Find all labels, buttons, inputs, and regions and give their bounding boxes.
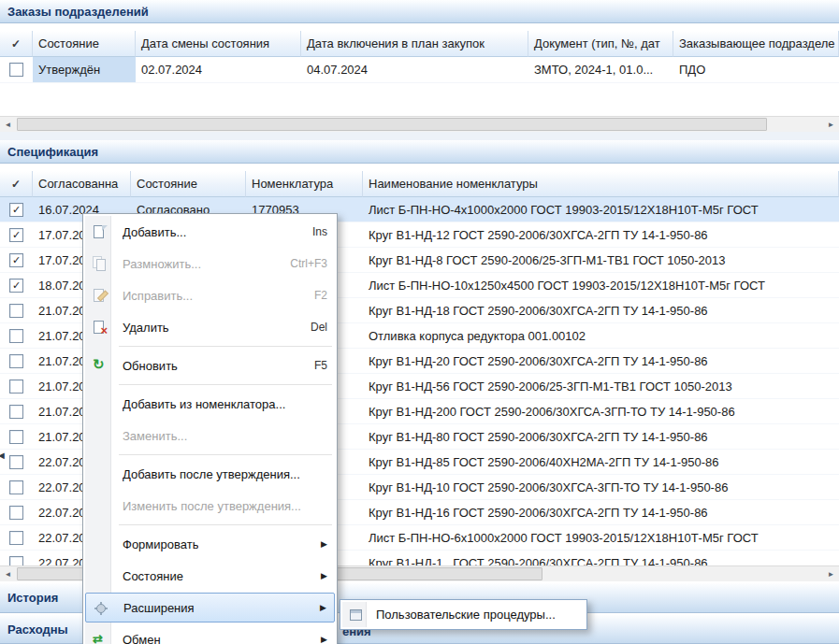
row-checkbox[interactable]	[9, 480, 23, 494]
orders-select-all-header[interactable]: ✓	[0, 31, 33, 57]
spec-column-header-nomenclature[interactable]: Номенклатура	[246, 171, 363, 197]
spec-select-all-header[interactable]: ✓	[0, 171, 33, 197]
menu-item-form[interactable]: Формировать▶	[85, 528, 335, 560]
spec-name-cell[interactable]: Лист Б-ПН-НО-4х1000х2000 ГОСТ 19903-2015…	[363, 197, 839, 222]
spec-name-cell[interactable]: Круг В1-НД-1.. ГОСТ 2590-2006/30ХГСА-2ГП…	[363, 551, 839, 565]
submenu-arrow-icon: ▶	[311, 635, 327, 644]
menu-item-delete[interactable]: УдалитьDel	[85, 311, 335, 343]
orders-column-header-department[interactable]: Заказывающее подразделе	[673, 31, 839, 57]
spec-name-cell[interactable]: Круг В1-НД-56 ГОСТ 2590-2006/25-3ГП-М1-Т…	[363, 374, 839, 398]
scroll-left-button[interactable]: ◄	[0, 117, 16, 132]
row-checkbox[interactable]: ✓	[9, 203, 23, 217]
menu-item-edit-after-approval[interactable]: Изменить после утверждения...	[85, 490, 335, 522]
orders-document-cell[interactable]: ЗМТО, 2024-1, 01.0...	[528, 57, 673, 82]
row-checkbox[interactable]	[9, 556, 23, 566]
menu-item-add-after-approval[interactable]: Добавить после утверждения...	[85, 458, 335, 490]
orders-state-cell[interactable]: Утверждён	[33, 57, 136, 82]
menu-item-shortcut: F5	[305, 359, 327, 372]
row-checkbox[interactable]	[9, 531, 23, 545]
orders-horizontal-scrollbar[interactable]: ◄ ►	[0, 116, 839, 132]
spec-name-cell[interactable]: Круг В1-НД-10 ГОСТ 2590-2006/30ХГСА-3ГП-…	[363, 475, 839, 499]
menu-item-state[interactable]: Состояние▶	[85, 560, 335, 592]
row-checkbox[interactable]	[9, 430, 23, 444]
menu-item-add-from-nomenclator[interactable]: Добавить из номенклатора...	[85, 388, 335, 420]
menu-item-edit[interactable]: Исправить...F2	[85, 279, 335, 311]
orders-department-cell[interactable]: ПДО	[673, 57, 839, 82]
spec-name-cell[interactable]: Круг В1-НД-85 ГОСТ 2590-2006/40ХН2МА-2ГП…	[363, 450, 839, 474]
row-checkbox[interactable]: ✓	[9, 228, 23, 242]
menu-item-shortcut: Del	[301, 321, 327, 334]
orders-grid-header: ✓ Состояние Дата смены состояния Дата вк…	[0, 31, 839, 57]
orders-table-row[interactable]: Утверждён02.07.202404.07.2024ЗМТО, 2024-…	[0, 57, 839, 83]
scroll-right-button[interactable]: ►	[823, 117, 839, 132]
spec-name-cell[interactable]: Круг В1-НД-20 ГОСТ 2590-2006/30ХГСА-2ГП …	[363, 349, 839, 373]
spec-grid-header: ✓ Согласованна Состояние Номенклатура На…	[0, 171, 839, 197]
row-checkbox[interactable]: ✓	[9, 253, 23, 267]
submenu-arrow-icon: ▶	[311, 539, 327, 549]
menu-item-label: Добавить из номенклатора...	[123, 397, 285, 411]
row-checkbox[interactable]	[9, 455, 23, 469]
row-checkbox[interactable]	[9, 379, 23, 394]
menu-item-label: Размножить...	[123, 257, 201, 271]
row-checkbox[interactable]	[9, 63, 23, 77]
scroll-left-button[interactable]: ◄	[0, 566, 16, 581]
submenu-item-label: Пользовательские процедуры...	[376, 608, 556, 622]
menu-item-refresh[interactable]: ОбновитьF5	[85, 350, 335, 381]
spec-column-header-agreed[interactable]: Согласованна	[33, 171, 131, 197]
scroll-right-button[interactable]: ►	[823, 566, 839, 581]
spec-name-cell[interactable]: Лист Б-ПН-НО-10х1250х4500 ГОСТ 19903-201…	[363, 273, 839, 297]
orders-state-date-cell[interactable]: 02.07.2024	[136, 57, 301, 82]
submenu-arrow-icon: ▶	[311, 603, 326, 612]
spec-name-cell[interactable]: Круг В1-НД-80 ГОСТ 2590-2006/30ХГСА-2ГП …	[363, 424, 839, 449]
del-icon	[92, 320, 107, 335]
scroll-left-arrow[interactable]: ◄	[0, 450, 7, 461]
row-checkbox[interactable]	[9, 506, 23, 520]
menu-item-exchange[interactable]: Обмен▶	[85, 623, 335, 644]
specification-panel-header[interactable]: Спецификация	[0, 140, 839, 164]
copy-icon	[92, 256, 107, 271]
spec-name-cell[interactable]: Круг В1-НД-200 ГОСТ 2590-2006/30ХГСА-3ГП…	[363, 399, 839, 423]
menu-item-label: Добавить...	[123, 225, 186, 239]
checkmark-icon: ✓	[11, 37, 21, 50]
menu-item-add[interactable]: Добавить...Ins	[85, 216, 335, 248]
menu-item-extensions[interactable]: Расширения▶	[85, 593, 335, 623]
menu-item-replace[interactable]: Заменить...	[85, 420, 335, 451]
row-checkbox[interactable]	[9, 354, 23, 368]
menu-item-duplicate[interactable]: Размножить...Ctrl+F3	[85, 248, 335, 279]
row-checkbox[interactable]	[9, 329, 23, 343]
row-checkbox-cell: ✓	[0, 248, 33, 272]
menu-item-label: Исправить...	[123, 289, 193, 303]
spec-name-cell[interactable]: Круг В1-НД-12 ГОСТ 2590-2006/30ХГСА-2ГП …	[363, 222, 839, 247]
spec-name-cell[interactable]: Лист Б-ПН-НО-6х1000х2000 ГОСТ 19903-2015…	[363, 525, 839, 550]
spec-column-header-name[interactable]: Наименование номенклатуры	[363, 171, 839, 197]
proc-icon	[349, 608, 364, 623]
spec-name-cell[interactable]: Круг В1-НД-8 ГОСТ 2590-2006/25-3ГП-М1-ТВ…	[363, 248, 839, 272]
orders-column-header-plan-date[interactable]: Дата включения в план закупок	[301, 31, 528, 57]
row-checkbox-cell	[0, 500, 33, 524]
menu-item-label: Заменить...	[123, 429, 187, 443]
orders-column-header-state-date[interactable]: Дата смены состояния	[136, 31, 301, 57]
specification-panel-title: Спецификация	[7, 145, 98, 159]
submenu-item-user-procedures[interactable]: Пользовательские процедуры...	[342, 602, 585, 627]
row-checkbox[interactable]	[9, 405, 23, 419]
menu-item-label: Расширения	[123, 601, 195, 615]
orders-column-header-document[interactable]: Документ (тип, №, дат	[528, 31, 673, 57]
spec-column-header-state[interactable]: Состояние	[131, 171, 246, 197]
extensions-submenu: Пользовательские процедуры...	[340, 599, 587, 630]
menu-separator	[85, 343, 335, 350]
spec-name-cell[interactable]: Отливка корпуса редуктора 001.00102	[363, 323, 839, 348]
orders-column-header-state[interactable]: Состояние	[33, 31, 136, 57]
spec-name-cell[interactable]: Круг В1-НД-18 ГОСТ 2590-2006/30ХГСА-2ГП …	[363, 298, 839, 322]
page-icon	[92, 224, 107, 239]
menu-item-label: Удалить	[123, 321, 169, 335]
row-checkbox-cell	[0, 551, 33, 565]
row-checkbox[interactable]: ✓	[9, 279, 23, 293]
row-checkbox[interactable]	[9, 304, 23, 318]
orders-panel-header[interactable]: Заказы подразделений	[0, 0, 839, 23]
scrollbar-thumb[interactable]	[17, 118, 767, 131]
spec-name-cell[interactable]: Круг В1-НД-16 ГОСТ 2590-2006/30ХГСА-2ГП …	[363, 500, 839, 524]
menu-separator	[85, 451, 335, 458]
context-menu-items: Добавить...InsРазмножить...Ctrl+F3Исправ…	[85, 216, 335, 644]
row-checkbox-cell	[0, 475, 33, 499]
orders-plan-date-cell[interactable]: 04.07.2024	[301, 57, 528, 82]
